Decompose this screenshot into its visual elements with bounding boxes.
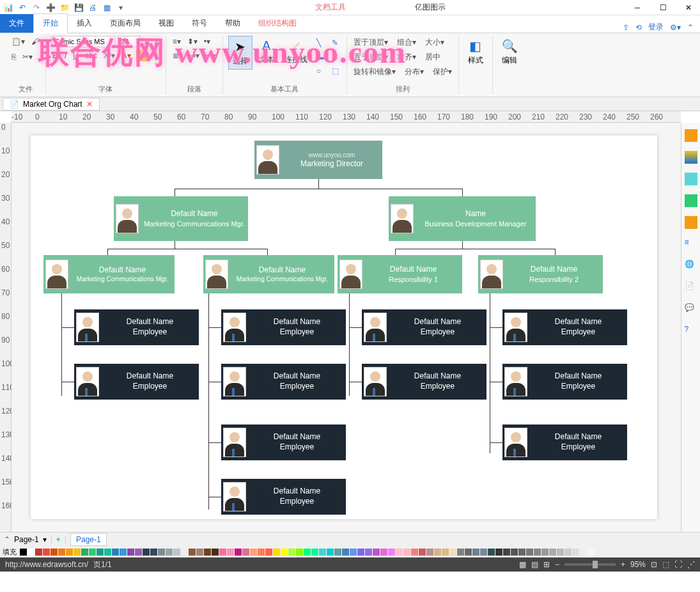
panel-list-icon[interactable]: ≡ xyxy=(685,238,697,251)
org-emp-4-3[interactable]: Default NameEmployee xyxy=(502,425,627,460)
org-director[interactable]: www.unyoo.comMarketing Director xyxy=(254,141,382,179)
line-spacing-button[interactable]: ⬍▾ xyxy=(186,36,199,47)
text-tool-button[interactable]: A文本 xyxy=(255,36,278,68)
strike-button[interactable]: abc xyxy=(84,50,98,61)
color-swatch[interactable] xyxy=(150,549,157,556)
color-swatch[interactable] xyxy=(258,549,265,556)
tab-file[interactable]: 文件 xyxy=(0,14,33,33)
color-swatch[interactable] xyxy=(541,549,548,556)
color-swatch[interactable] xyxy=(104,549,111,556)
tab-symbol[interactable]: 符号 xyxy=(183,14,216,33)
color-swatch[interactable] xyxy=(250,549,257,556)
org-sub-1[interactable]: Default NameMarketing Communications Mgr… xyxy=(43,255,175,293)
line-tool-button[interactable]: ╲ xyxy=(315,37,325,49)
panel-line-icon[interactable] xyxy=(685,151,697,164)
increase-font-button[interactable]: A xyxy=(143,36,151,47)
view-mode-2-icon[interactable]: ▤ xyxy=(531,560,538,569)
org-emp-2-4[interactable]: Default NameEmployee xyxy=(221,479,346,515)
minimize-button[interactable]: ─ xyxy=(628,1,646,14)
color-swatch[interactable] xyxy=(20,549,27,556)
tab-start[interactable]: 开始 xyxy=(33,13,68,33)
rotate-button[interactable]: 旋转和镜像▾ xyxy=(352,65,397,79)
maximize-button[interactable]: ☐ xyxy=(654,1,672,14)
send-back-button[interactable]: 置于底层▾ xyxy=(352,51,389,64)
org-emp-4-2[interactable]: Default NameEmployee xyxy=(502,364,627,400)
color-swatch[interactable] xyxy=(342,549,349,556)
color-swatch[interactable] xyxy=(304,549,311,556)
panel-web-icon[interactable]: 🌐 xyxy=(685,260,697,272)
page-nav-menu-icon[interactable]: ▾ xyxy=(43,535,47,544)
tab-insert[interactable]: 插入 xyxy=(68,14,101,33)
page-nav-label[interactable]: Page-1 xyxy=(14,535,39,544)
color-swatch[interactable] xyxy=(472,549,479,556)
color-swatch[interactable] xyxy=(503,549,510,556)
color-swatch[interactable] xyxy=(296,549,303,556)
color-swatch[interactable] xyxy=(273,549,280,556)
color-swatch[interactable] xyxy=(396,549,403,556)
color-swatch[interactable] xyxy=(265,549,272,556)
style-button[interactable]: ◧样式 xyxy=(464,36,487,68)
panel-theme-icon[interactable] xyxy=(685,129,697,142)
panel-doc-icon[interactable]: 📄 xyxy=(685,281,697,294)
size-button[interactable]: 大小▾ xyxy=(424,36,446,49)
ellipse-tool-button[interactable]: ○ xyxy=(315,65,325,77)
tab-help[interactable]: 帮助 xyxy=(216,14,249,33)
document-tab[interactable]: 📄 Market Org Chart ✕ xyxy=(3,98,100,111)
fullscreen-icon[interactable]: ⛶ xyxy=(674,560,682,569)
bold-button[interactable]: B xyxy=(51,50,59,61)
color-swatch[interactable] xyxy=(580,549,587,556)
new-button[interactable]: ➕ xyxy=(45,2,56,13)
color-swatch[interactable] xyxy=(112,549,119,556)
undo-button[interactable]: ↶ xyxy=(17,2,28,13)
color-swatch[interactable] xyxy=(166,549,173,556)
align-button[interactable]: 对齐▾ xyxy=(396,51,417,64)
color-swatch[interactable] xyxy=(219,549,226,556)
font-color-button[interactable]: A▾ xyxy=(120,50,132,61)
color-swatch[interactable] xyxy=(43,549,50,556)
delete-tool-button[interactable]: ✖ xyxy=(331,51,340,63)
valign-button[interactable]: ≣▾ xyxy=(171,50,184,61)
color-swatch[interactable] xyxy=(158,549,165,556)
color-swatch[interactable] xyxy=(434,549,441,556)
color-swatch[interactable] xyxy=(204,549,211,556)
color-swatch[interactable] xyxy=(89,549,96,556)
color-swatch[interactable] xyxy=(311,549,318,556)
color-swatch[interactable] xyxy=(127,549,134,556)
org-emp-2-2[interactable]: Default NameEmployee xyxy=(221,364,346,400)
org-emp-3-2[interactable]: Default NameEmployee xyxy=(362,364,486,400)
redo-button[interactable]: ↷ xyxy=(31,2,42,13)
tab-orgchart[interactable]: 组织结构图 xyxy=(249,14,306,33)
rect-tool-button[interactable]: ▬ xyxy=(315,51,325,63)
color-swatch[interactable] xyxy=(572,549,579,556)
color-swatch[interactable] xyxy=(411,549,418,556)
color-swatch[interactable] xyxy=(549,549,556,556)
format-painter-button[interactable]: 🖌 xyxy=(30,36,40,47)
zoom-level[interactable]: 95% xyxy=(630,560,646,569)
export-button[interactable]: ▦ xyxy=(101,2,113,13)
decrease-font-button[interactable]: A xyxy=(153,37,160,47)
outdent-button[interactable]: ⇤▾ xyxy=(205,50,217,61)
color-swatch[interactable] xyxy=(51,549,58,556)
close-doc-icon[interactable]: ✕ xyxy=(86,100,93,109)
org-emp-3-1[interactable]: Default NameEmployee xyxy=(362,309,486,345)
status-url[interactable]: http://www.edrawsoft.cn/ xyxy=(5,560,88,569)
org-emp-1-1[interactable]: Default NameEmployee xyxy=(74,309,199,345)
qat-dropdown[interactable]: ▾ xyxy=(115,2,127,13)
distribute-button[interactable]: 分布▾ xyxy=(403,65,425,79)
color-swatch[interactable] xyxy=(189,549,196,556)
color-swatch[interactable] xyxy=(196,549,203,556)
fit-page-icon[interactable]: ⊡ xyxy=(651,560,657,569)
underline-button[interactable]: U xyxy=(72,50,80,61)
org-emp-4-1[interactable]: Default NameEmployee xyxy=(502,309,627,345)
align-left-button[interactable]: ≡▾ xyxy=(171,36,182,47)
zoom-slider[interactable] xyxy=(564,563,616,566)
color-swatch[interactable] xyxy=(327,549,334,556)
color-swatch[interactable] xyxy=(495,549,502,556)
color-swatch[interactable] xyxy=(81,549,88,556)
color-swatch[interactable] xyxy=(380,549,387,556)
group-button[interactable]: 组合▾ xyxy=(396,36,417,49)
color-swatch[interactable] xyxy=(403,549,410,556)
color-swatch[interactable] xyxy=(465,549,472,556)
app-icon[interactable]: 📊 xyxy=(3,2,14,13)
org-sub-4[interactable]: Default NameResponsibility 2 xyxy=(478,255,603,293)
